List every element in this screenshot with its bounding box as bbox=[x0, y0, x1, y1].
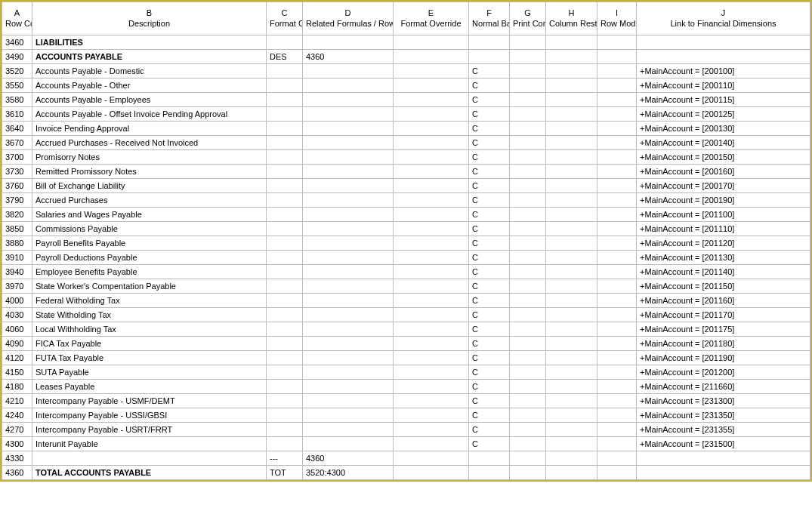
cell-modifier[interactable] bbox=[597, 351, 637, 365]
cell-modifier[interactable] bbox=[597, 208, 637, 222]
cell-print[interactable] bbox=[510, 122, 546, 136]
cell-description[interactable]: SUTA Payable bbox=[32, 365, 267, 380]
cell-col-restriction[interactable] bbox=[546, 107, 597, 122]
cell-print[interactable] bbox=[510, 208, 546, 222]
cell-link[interactable]: +MainAccount = [200150] bbox=[637, 150, 810, 165]
cell-col-restriction[interactable] bbox=[546, 222, 597, 236]
cell-related[interactable] bbox=[303, 423, 394, 437]
table-row[interactable]: 3610Accounts Payable - Offset Invoice Pe… bbox=[2, 107, 810, 122]
cell-description[interactable]: FICA Tax Payable bbox=[32, 337, 267, 351]
cell-link[interactable]: +MainAccount = [201200] bbox=[637, 365, 810, 380]
cell-format-code[interactable] bbox=[267, 193, 303, 208]
cell-description[interactable]: Accounts Payable - Employees bbox=[32, 93, 267, 107]
cell-balance[interactable]: C bbox=[469, 279, 510, 294]
cell-related[interactable] bbox=[303, 437, 394, 451]
cell-description[interactable]: Promisorry Notes bbox=[32, 150, 267, 165]
cell-format-code[interactable] bbox=[267, 394, 303, 408]
cell-col-restriction[interactable] bbox=[546, 394, 597, 408]
cell-description[interactable]: LIABILITIES bbox=[32, 35, 267, 50]
cell-row-code[interactable]: 3490 bbox=[2, 50, 32, 64]
table-row[interactable]: 4270Intercompany Payable - USRT/FRRTC+Ma… bbox=[2, 423, 810, 437]
cell-override[interactable] bbox=[394, 222, 469, 236]
cell-format-code[interactable] bbox=[267, 279, 303, 294]
cell-print[interactable] bbox=[510, 50, 546, 64]
cell-row-code[interactable]: 3790 bbox=[2, 193, 32, 208]
cell-related[interactable] bbox=[303, 351, 394, 365]
cell-modifier[interactable] bbox=[597, 279, 637, 294]
cell-related[interactable] bbox=[303, 150, 394, 165]
cell-related[interactable] bbox=[303, 251, 394, 265]
cell-print[interactable] bbox=[510, 308, 546, 322]
cell-format-code[interactable]: DES bbox=[267, 50, 303, 64]
cell-override[interactable] bbox=[394, 279, 469, 294]
cell-modifier[interactable] bbox=[597, 64, 637, 79]
cell-link[interactable]: +MainAccount = [231300] bbox=[637, 394, 810, 408]
cell-row-code[interactable]: 3550 bbox=[2, 79, 32, 93]
table-row[interactable]: 3940Employee Benefits PayableC+MainAccou… bbox=[2, 265, 810, 279]
table-row[interactable]: 3700Promisorry NotesC+MainAccount = [200… bbox=[2, 150, 810, 165]
cell-col-restriction[interactable] bbox=[546, 337, 597, 351]
cell-related[interactable] bbox=[303, 222, 394, 236]
cell-link[interactable]: +MainAccount = [201150] bbox=[637, 279, 810, 294]
cell-col-restriction[interactable] bbox=[546, 165, 597, 179]
cell-col-restriction[interactable] bbox=[546, 451, 597, 466]
cell-row-code[interactable]: 3970 bbox=[2, 279, 32, 294]
cell-description[interactable]: Accounts Payable - Other bbox=[32, 79, 267, 93]
cell-format-code[interactable] bbox=[267, 236, 303, 251]
cell-balance[interactable]: C bbox=[469, 208, 510, 222]
cell-row-code[interactable]: 3880 bbox=[2, 236, 32, 251]
cell-row-code[interactable]: 3910 bbox=[2, 251, 32, 265]
cell-format-code[interactable] bbox=[267, 208, 303, 222]
cell-col-restriction[interactable] bbox=[546, 408, 597, 423]
cell-override[interactable] bbox=[394, 394, 469, 408]
cell-link[interactable]: +MainAccount = [231500] bbox=[637, 437, 810, 451]
cell-related[interactable]: 4360 bbox=[303, 50, 394, 64]
cell-link[interactable]: +MainAccount = [201120] bbox=[637, 236, 810, 251]
cell-description[interactable]: State Worker's Compentation Payable bbox=[32, 279, 267, 294]
cell-override[interactable] bbox=[394, 265, 469, 279]
table-row[interactable]: 3550Accounts Payable - OtherC+MainAccoun… bbox=[2, 79, 810, 93]
cell-print[interactable] bbox=[510, 294, 546, 308]
cell-balance[interactable]: C bbox=[469, 322, 510, 337]
cell-override[interactable] bbox=[394, 294, 469, 308]
table-row[interactable]: 4300Interunit PayableC+MainAccount = [23… bbox=[2, 437, 810, 451]
cell-description[interactable]: Accrued Purchases - Received Not Invoice… bbox=[32, 136, 267, 150]
cell-link[interactable]: +MainAccount = [200125] bbox=[637, 107, 810, 122]
cell-print[interactable] bbox=[510, 222, 546, 236]
cell-format-code[interactable] bbox=[267, 408, 303, 423]
cell-format-code[interactable] bbox=[267, 337, 303, 351]
cell-print[interactable] bbox=[510, 107, 546, 122]
cell-description[interactable]: Intercompany Payable - USSI/GBSI bbox=[32, 408, 267, 423]
cell-col-restriction[interactable] bbox=[546, 150, 597, 165]
cell-override[interactable] bbox=[394, 236, 469, 251]
cell-format-code[interactable] bbox=[267, 365, 303, 380]
header-format-override[interactable]: EFormat Override bbox=[394, 2, 469, 35]
cell-link[interactable] bbox=[637, 50, 810, 64]
cell-override[interactable] bbox=[394, 64, 469, 79]
cell-modifier[interactable] bbox=[597, 294, 637, 308]
cell-override[interactable] bbox=[394, 79, 469, 93]
cell-modifier[interactable] bbox=[597, 165, 637, 179]
cell-override[interactable] bbox=[394, 165, 469, 179]
cell-link[interactable]: +MainAccount = [201170] bbox=[637, 308, 810, 322]
cell-link[interactable]: +MainAccount = [231355] bbox=[637, 423, 810, 437]
cell-balance[interactable]: C bbox=[469, 93, 510, 107]
cell-col-restriction[interactable] bbox=[546, 236, 597, 251]
cell-description[interactable]: Invoice Pending Approval bbox=[32, 122, 267, 136]
cell-print[interactable] bbox=[510, 279, 546, 294]
cell-related[interactable] bbox=[303, 308, 394, 322]
cell-description[interactable]: ACCOUNTS PAYABLE bbox=[32, 50, 267, 64]
cell-balance[interactable] bbox=[469, 35, 510, 50]
cell-col-restriction[interactable] bbox=[546, 423, 597, 437]
cell-print[interactable] bbox=[510, 322, 546, 337]
cell-override[interactable] bbox=[394, 408, 469, 423]
header-link-dimensions[interactable]: JLink to Financial Dimensions bbox=[637, 2, 810, 35]
cell-format-code[interactable] bbox=[267, 437, 303, 451]
cell-modifier[interactable] bbox=[597, 380, 637, 394]
table-row[interactable]: 3730Remitted Promissory NotesC+MainAccou… bbox=[2, 165, 810, 179]
cell-balance[interactable]: C bbox=[469, 165, 510, 179]
cell-row-code[interactable]: 4000 bbox=[2, 294, 32, 308]
cell-description[interactable]: Bill of Exchange Liability bbox=[32, 179, 267, 193]
cell-override[interactable] bbox=[394, 351, 469, 365]
cell-modifier[interactable] bbox=[597, 79, 637, 93]
